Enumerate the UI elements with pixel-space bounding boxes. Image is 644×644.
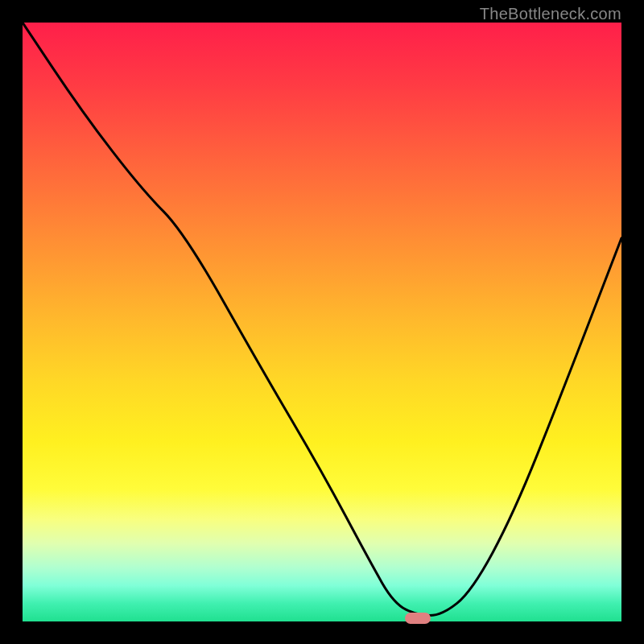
optimal-marker bbox=[405, 613, 431, 624]
bottleneck-curve bbox=[23, 23, 621, 621]
watermark-text: TheBottleneck.com bbox=[480, 5, 621, 23]
